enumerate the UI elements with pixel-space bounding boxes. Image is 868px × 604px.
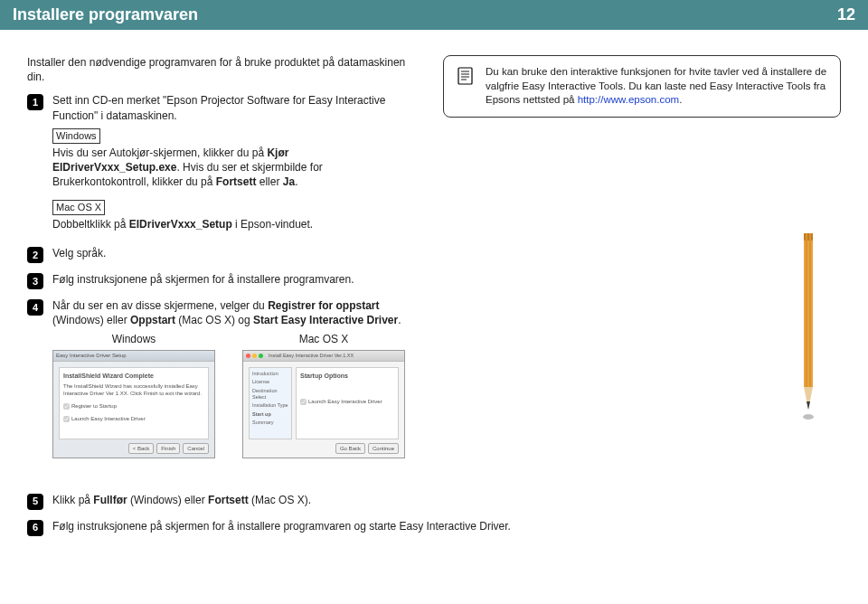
step-6: 6 Følg instruksjonene på skjermen for å … (27, 519, 841, 536)
screenshot-body: The InstallShield Wizard has successfull… (63, 382, 204, 397)
epson-link[interactable]: http://www.epson.com (578, 94, 680, 105)
checkbox-icon (63, 416, 70, 422)
traffic-light-minimize-icon (252, 354, 257, 358)
svg-marker-10 (807, 401, 810, 410)
os-label-windows: Windows (52, 128, 100, 144)
step-1: 1 Sett inn CD-en merket "Epson Projector… (27, 93, 407, 237)
screenshot-windows: Easy Interactive Driver Setup InstallShi… (52, 350, 215, 458)
svg-rect-7 (806, 233, 807, 387)
page-number: 12 (837, 5, 855, 24)
step-4-text: Når du ser en av disse skjermene, velger… (52, 298, 407, 327)
screenshot-heading: InstallShield Wizard Complete (63, 372, 204, 380)
step-5: 5 Klikk på Fullfør (Windows) eller Forts… (27, 493, 841, 510)
screenshot-label-windows: Windows (112, 332, 156, 346)
svg-rect-5 (804, 233, 813, 387)
screenshot-mac-col: Mac OS X Install Easy Interactive Driver… (242, 332, 405, 458)
svg-rect-6 (804, 233, 813, 241)
screenshot-label-mac: Mac OS X (299, 332, 349, 346)
screenshot-heading: Startup Options (300, 372, 394, 380)
step-number: 3 (27, 273, 43, 289)
step-5-text: Klikk på Fullfør (Windows) eller Fortset… (52, 493, 841, 507)
traffic-light-close-icon (246, 354, 250, 358)
os-label-macosx: Mac OS X (52, 200, 105, 215)
svg-point-11 (803, 414, 814, 420)
intro-text: Installer den nødvendige programvaren fo… (27, 55, 407, 84)
screenshot-goback-button: Go Back (335, 443, 365, 454)
step-number: 6 (27, 520, 43, 536)
step-1-mac-text: Dobbeltklikk på EIDriverVxxx_Setup i Eps… (52, 217, 407, 231)
step-2: 2 Velg språk. (27, 246, 407, 263)
checkbox-icon (63, 403, 70, 410)
sidebar-item: Start up (252, 411, 288, 418)
step-4: 4 Når du ser en av disse skjermene, velg… (27, 298, 407, 458)
step-number: 4 (27, 299, 43, 316)
step-3: 3 Følg instruksjonene på skjermen for å … (27, 272, 407, 289)
sidebar-item: License (252, 379, 288, 385)
step-1-text: Sett inn CD-en merket "Epson Projector S… (52, 93, 407, 122)
screenshot-mac-sidebar: Introduction License Destination Select … (249, 367, 292, 439)
screenshot-checkbox-launch: Launch Easy Interactive Driver (300, 398, 394, 405)
step-1-windows-text: Hvis du ser Autokjør-skjermen, klikker d… (52, 146, 407, 190)
svg-rect-0 (458, 68, 472, 84)
traffic-light-zoom-icon (259, 354, 263, 358)
checkbox-icon (300, 399, 307, 405)
page-title: Installere programvaren (13, 5, 198, 24)
step-number: 5 (27, 494, 43, 510)
screenshot-back-button: < Back (128, 443, 155, 454)
screenshot-continue-button: Continue (368, 443, 399, 454)
screenshot-checkbox-startup: Register to Startup (63, 402, 204, 410)
screenshot-titlebar: Easy Interactive Driver Setup (53, 351, 214, 362)
step-number: 2 (27, 247, 43, 263)
step-3-text: Følg instruksjonene på skjermen for å in… (52, 272, 407, 287)
screenshot-mac: Install Easy Interactive Driver Ver.1.XX… (242, 350, 405, 458)
screenshot-cancel-button: Cancel (183, 443, 209, 454)
sidebar-item: Installation Type (252, 402, 288, 409)
sidebar-item: Introduction (252, 371, 288, 377)
page-content: Installer den nødvendige programvaren fo… (0, 30, 868, 554)
screenshot-finish-button: Finish (156, 443, 180, 454)
screenshot-checkbox-launch: Launch Easy Interactive Driver (63, 415, 204, 422)
step-6-text: Følg instruksjonene på skjermen for å in… (52, 519, 841, 533)
screenshot-windows-col: Windows Easy Interactive Driver Setup In… (52, 332, 215, 458)
step-number: 1 (27, 94, 43, 110)
screenshot-titlebar: Install Easy Interactive Driver Ver.1.XX (269, 353, 354, 359)
page-header: Installere programvaren 12 (0, 0, 868, 30)
svg-rect-8 (809, 233, 811, 387)
pencil-illustration (801, 233, 816, 423)
sidebar-item: Destination Select (252, 388, 288, 401)
sidebar-item: Summary (252, 420, 288, 426)
step-2-text: Velg språk. (52, 246, 407, 260)
note-box: Du kan bruke den interaktive funksjonen … (443, 55, 841, 118)
note-icon (455, 65, 476, 87)
note-text: Du kan bruke den interaktive funksjonen … (486, 65, 829, 108)
